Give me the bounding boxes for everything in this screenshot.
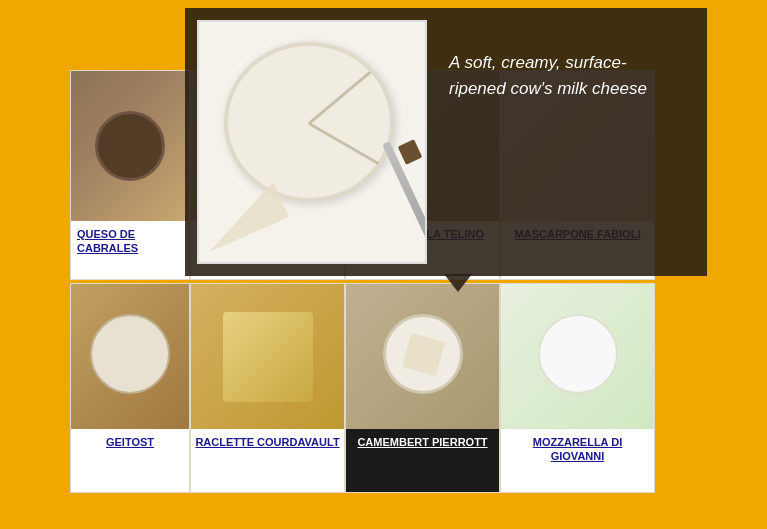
tooltip-arrow [444,274,472,292]
cheese-image-mozzarella [501,284,654,429]
cheese-label-mozzarella: MOZZARELLA DI GIOVANNI [501,429,654,470]
tooltip-cheese-image [197,20,427,264]
cheese-row-2: GEITOST RACLETTE COURDAVAULT CAMEMBERT P… [70,283,655,493]
card-queso-de-cabrales[interactable]: QUESO DE CABRALES [70,70,190,280]
cheese-label-raclette: RACLETTE COURDAVAULT [191,429,344,455]
card-raclette-courdavault[interactable]: RACLETTE COURDAVAULT [190,283,345,493]
cheese-label-cabrales: QUESO DE CABRALES [71,221,189,262]
card-mozzarella-di-giovanni[interactable]: MOZZARELLA DI GIOVANNI [500,283,655,493]
card-geitost[interactable]: GEITOST [70,283,190,493]
cheese-image-geitost [71,284,189,429]
cheese-image-camembert-card [346,284,499,429]
cheese-tooltip: A soft, creamy, surface-ripened cow's mi… [185,8,707,276]
cheese-label-camembert: CAMEMBERT PIERROTT [346,429,499,455]
cheese-image-raclette [191,284,344,429]
cheese-label-geitost: GEITOST [71,429,189,455]
cheese-image-cabrales [71,71,189,221]
card-camembert-pierrott[interactable]: CAMEMBERT PIERROTT [345,283,500,493]
tooltip-description: A soft, creamy, surface-ripened cow's mi… [439,20,695,101]
